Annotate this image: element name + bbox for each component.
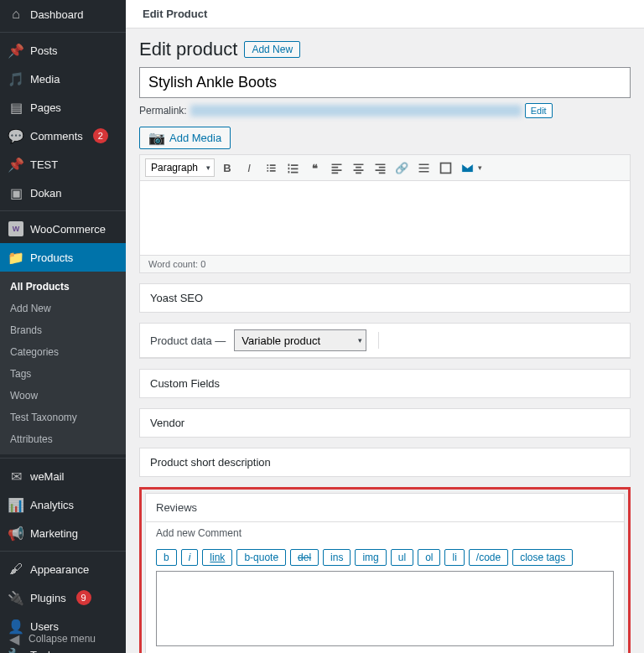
add-new-button[interactable]: Add New (244, 41, 300, 58)
sidebar-item-label: weMail (30, 470, 64, 483)
sidebar-item-label: Pages (30, 101, 61, 114)
qt-ins-button[interactable]: ins (323, 549, 351, 566)
collapse-label: Collapse menu (29, 633, 96, 645)
submenu-woow[interactable]: Woow (0, 385, 126, 407)
align-left-button[interactable] (327, 158, 345, 177)
sidebar-item-label: WooCommerce (30, 223, 106, 236)
qt-li-button[interactable]: li (444, 549, 464, 566)
sidebar-item-label: Posts (30, 44, 58, 57)
qt-ul-button[interactable]: ul (391, 549, 413, 566)
sidebar-item-analytics[interactable]: 📊Analytics (0, 490, 126, 519)
qt-code-button[interactable]: /code (469, 549, 508, 566)
sidebar-item-label: Media (30, 73, 60, 86)
qt-bold-button[interactable]: b (156, 549, 177, 566)
media-icon: 🎵 (8, 71, 23, 86)
qt-ol-button[interactable]: ol (418, 549, 440, 566)
italic-button[interactable]: I (240, 158, 258, 177)
page-header: Edit product Add New (126, 29, 644, 67)
format-select[interactable]: Paragraph (145, 158, 215, 177)
bullet-list-button[interactable] (262, 158, 280, 177)
editor-content[interactable] (140, 181, 630, 255)
product-type-select[interactable]: Variable product (234, 329, 366, 351)
sidebar-item-media[interactable]: 🎵Media (0, 65, 126, 93)
permalink-url[interactable] (190, 105, 522, 117)
sidebar-item-label: TEST (30, 158, 58, 171)
qt-italic-button[interactable]: i (181, 549, 199, 566)
sidebar-item-dashboard[interactable]: ⌂Dashboard (0, 0, 126, 29)
products-submenu: All Products Add New Brands Categories T… (0, 272, 126, 454)
submenu-test-taxonomy[interactable]: Test Taxonomy (0, 407, 126, 428)
count-badge: 9 (76, 590, 91, 605)
sidebar-item-woocommerce[interactable]: WWooCommerce (0, 215, 126, 243)
qt-bquote-button[interactable]: b-quote (236, 549, 286, 566)
sidebar-item-products[interactable]: 📁Products (0, 243, 126, 272)
camera-icon: 📷 (148, 130, 165, 146)
sidebar-item-label: Marketing (30, 527, 78, 540)
product-data-label: Product data — (150, 334, 226, 347)
submenu-add-new[interactable]: Add New (0, 298, 126, 319)
sidebar-item-appearance[interactable]: 🖌Appearance (0, 555, 126, 583)
sidebar-item-label: Products (30, 251, 73, 264)
add-comment-label: Add new Comment (146, 521, 624, 544)
sidebar-item-dokan[interactable]: ▣Dokan (0, 179, 126, 207)
yoast-seo-metabox[interactable]: Yoast SEO (139, 283, 631, 313)
submenu-categories[interactable]: Categories (0, 341, 126, 363)
qt-close-tags-button[interactable]: close tags (512, 549, 573, 566)
sidebar-item-wemail[interactable]: ✉weMail (0, 462, 126, 490)
sidebar-item-plugins[interactable]: 🔌Plugins9 (0, 583, 126, 612)
sidebar-item-label: Analytics (30, 499, 74, 511)
comment-actions: Add Comment Cancel (146, 649, 624, 653)
count-badge: 2 (93, 128, 108, 143)
mail-icon: ✉ (8, 469, 23, 484)
pin-icon: 📌 (8, 43, 23, 58)
sidebar-item-label: Dokan (30, 187, 62, 200)
collapse-menu-button[interactable]: ◀Collapse menu (0, 624, 126, 653)
sidebar-item-label: Appearance (30, 563, 89, 576)
short-description-metabox[interactable]: Product short description (139, 448, 631, 477)
metabox-title: Custom Fields (140, 370, 630, 397)
custom-fields-metabox[interactable]: Custom Fields (139, 369, 631, 398)
svg-rect-0 (440, 163, 450, 173)
menu-separator (0, 207, 126, 211)
sidebar-item-comments[interactable]: 💬Comments2 (0, 122, 126, 150)
sidebar-item-test[interactable]: 📌TEST (0, 150, 126, 179)
more-button[interactable] (414, 158, 433, 177)
numbered-list-button[interactable] (283, 158, 302, 177)
fullscreen-button[interactable] (436, 158, 454, 177)
sidebar-item-posts[interactable]: 📌Posts (0, 36, 126, 65)
align-center-button[interactable] (349, 158, 367, 177)
permalink-row: Permalink: Edit (139, 98, 631, 127)
vendor-metabox[interactable]: Vendor (139, 408, 631, 438)
woo-icon: W (8, 221, 23, 236)
sidebar-item-label: Comments (30, 130, 83, 143)
submenu-all-products[interactable]: All Products (0, 276, 126, 298)
collapse-icon: ◀ (7, 631, 22, 646)
quote-button[interactable]: ❝ (305, 158, 324, 177)
submenu-attributes[interactable]: Attributes (0, 428, 126, 450)
qt-img-button[interactable]: img (355, 549, 386, 566)
envelope-button[interactable] (458, 158, 476, 177)
comment-icon: 💬 (8, 128, 23, 143)
edit-permalink-button[interactable]: Edit (525, 103, 553, 118)
qt-del-button[interactable]: del (290, 549, 319, 566)
sidebar-item-marketing[interactable]: 📢Marketing (0, 519, 126, 547)
qt-link-button[interactable]: link (202, 549, 232, 566)
sidebar-item-pages[interactable]: ▤Pages (0, 93, 126, 122)
link-button[interactable]: 🔗 (392, 158, 411, 177)
submenu-brands[interactable]: Brands (0, 319, 126, 341)
product-title-input[interactable] (139, 67, 631, 98)
menu-separator (0, 454, 126, 459)
bold-button[interactable]: B (218, 158, 236, 177)
metabox-title: Product short description (140, 448, 630, 476)
quicktags-toolbar: b i link b-quote del ins img ul ol li /c… (146, 544, 624, 571)
align-right-button[interactable] (371, 158, 389, 177)
chevron-down-icon[interactable]: ▾ (478, 163, 482, 172)
product-data-metabox: Product data — Variable product (139, 323, 631, 359)
add-media-button[interactable]: 📷 Add Media (139, 127, 231, 149)
admin-sidebar: ⌂Dashboard 📌Posts 🎵Media ▤Pages 💬Comment… (0, 0, 126, 653)
metabox-title: Vendor (140, 409, 630, 437)
submenu-tags[interactable]: Tags (0, 363, 126, 385)
reviews-metabox: Reviews Add new Comment b i link b-quote… (145, 493, 625, 653)
editor-toolbar: Paragraph B I ❝ 🔗 ▾ (140, 155, 630, 181)
comment-textarea[interactable] (156, 571, 614, 646)
